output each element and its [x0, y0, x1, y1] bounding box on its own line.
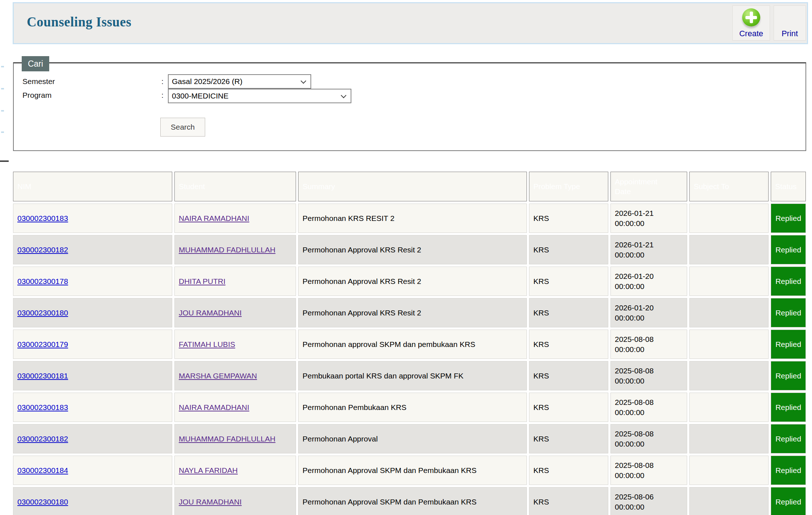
table-row: 030002300179 FATIMAH LUBIS Permohonan ap… — [13, 330, 806, 359]
subject-to-cell — [689, 424, 769, 453]
edge-artifact — [1, 66, 4, 67]
summary-cell: Permohonan Approval — [298, 424, 527, 453]
problem-type-cell: KRS — [529, 235, 608, 264]
problem-type-cell: KRS — [529, 393, 608, 422]
status-badge: Replied — [771, 267, 806, 296]
status-badge: Replied — [771, 393, 806, 422]
nim-link[interactable]: 030002300181 — [17, 372, 68, 380]
student-link[interactable]: MARSHA GEMPAWAN — [179, 372, 257, 380]
subject-to-cell — [689, 267, 769, 296]
appointment-date: 2025-08-08 — [615, 334, 654, 344]
edge-artifact — [1, 131, 4, 133]
appointment-date: 2025-08-08 — [615, 366, 654, 376]
student-link[interactable]: FATIMAH LUBIS — [179, 340, 235, 349]
nim-link[interactable]: 030002300180 — [17, 498, 68, 506]
nim-link[interactable]: 030002300182 — [17, 246, 68, 254]
student-cell: MUHAMMAD FADHLULLAH — [174, 424, 296, 453]
counseling-issues-table: NIM Student Summary Problem Type Appoint… — [13, 172, 806, 515]
page-header-bar: Counseling Issues Create Print — [13, 2, 808, 44]
column-header-subject-to: Subject To — [689, 172, 769, 201]
appointment-time: 00:00:00 — [615, 281, 644, 292]
table-row: 030002300182 MUHAMMAD FADHLULLAH Permoho… — [13, 424, 806, 453]
table-body: 030002300183 NAIRA RAMADHANI Permohonan … — [13, 204, 806, 515]
print-button-label: Print — [782, 29, 798, 38]
create-button[interactable]: Create — [732, 5, 770, 41]
appointment-time: 00:00:00 — [615, 502, 644, 512]
student-cell: MUHAMMAD FADHLULLAH — [174, 235, 296, 264]
table-row: 030002300181 MARSHA GEMPAWAN Pembukaan p… — [13, 361, 806, 390]
nim-link[interactable]: 030002300180 — [17, 309, 68, 317]
search-fieldset: Cari Semester : Gasal 2025/2026 (R) Prog… — [13, 62, 806, 151]
problem-type-cell: KRS — [529, 424, 608, 453]
nim-link[interactable]: 030002300179 — [17, 340, 68, 349]
nim-cell: 030002300183 — [13, 393, 172, 422]
summary-cell: Permohonan KRS RESIT 2 — [298, 204, 527, 233]
appointment-date: 2025-08-08 — [615, 429, 654, 439]
student-link[interactable]: NAIRA RAMADHANI — [179, 403, 249, 412]
appointment-date: 2025-08-08 — [615, 397, 654, 407]
print-button[interactable]: Print — [774, 5, 806, 41]
summary-cell: Permohonan Approval KRS Resit 2 — [298, 298, 527, 327]
appointment-date: 2026-01-21 — [615, 208, 654, 218]
table-row: 030002300184 NAYLA FARIDAH Permohonan Ap… — [13, 456, 806, 485]
student-link[interactable]: NAIRA RAMADHANI — [179, 214, 249, 223]
appointment-time: 00:00:00 — [615, 439, 644, 449]
appointment-time: 00:00:00 — [615, 250, 644, 260]
program-label: Program — [22, 91, 52, 100]
nim-cell: 030002300180 — [13, 487, 172, 515]
nim-cell: 030002300182 — [13, 424, 172, 453]
nim-link[interactable]: 030002300182 — [17, 435, 68, 443]
problem-type-cell: KRS — [529, 204, 608, 233]
appointment-time: 00:00:00 — [615, 218, 644, 229]
nim-cell: 030002300182 — [13, 235, 172, 264]
semester-select-value: Gasal 2025/2026 (R) — [172, 77, 242, 86]
nim-link[interactable]: 030002300184 — [17, 466, 68, 475]
problem-type-cell: KRS — [529, 298, 608, 327]
student-link[interactable]: JOU RAMADHANI — [179, 498, 242, 506]
search-fieldset-legend: Cari — [22, 56, 49, 71]
summary-cell: Permohonan Approval SKPM dan Pembukaan K… — [298, 456, 527, 485]
summary-cell: Pembukaan portal KRS dan approval SKPM F… — [298, 361, 527, 390]
create-plus-icon — [742, 8, 760, 26]
appointment-date-cell: 2025-08-08 00:00:00 — [610, 330, 687, 359]
semester-select[interactable]: Gasal 2025/2026 (R) — [168, 74, 311, 89]
table-row: 030002300182 MUHAMMAD FADHLULLAH Permoho… — [13, 235, 806, 264]
subject-to-cell — [689, 361, 769, 390]
nim-link[interactable]: 030002300183 — [17, 403, 68, 412]
semester-label: Semester — [22, 77, 55, 86]
appointment-date-cell: 2026-01-21 00:00:00 — [610, 235, 687, 264]
nim-link[interactable]: 030002300178 — [17, 277, 68, 286]
status-badge: Replied — [771, 424, 806, 453]
subject-to-cell — [689, 330, 769, 359]
table-row: 030002300183 NAIRA RAMADHANI Permohonan … — [13, 204, 806, 233]
appointment-time: 00:00:00 — [615, 470, 644, 481]
appointment-date: 2026-01-20 — [615, 303, 654, 313]
student-link[interactable]: JOU RAMADHANI — [179, 309, 242, 317]
column-header-problem-type: Problem Type — [529, 172, 608, 201]
nim-link[interactable]: 030002300183 — [17, 214, 68, 223]
search-button[interactable]: Search — [160, 118, 205, 137]
appointment-date: 2026-01-21 — [615, 240, 654, 250]
appointment-date: 2025-08-08 — [615, 460, 654, 470]
program-select[interactable]: 0300-MEDICINE — [168, 89, 351, 103]
problem-type-cell: KRS — [529, 330, 608, 359]
student-link[interactable]: DHITA PUTRI — [179, 277, 225, 286]
create-button-label: Create — [739, 29, 763, 38]
student-link[interactable]: MUHAMMAD FADHLULLAH — [179, 435, 275, 443]
status-badge: Replied — [771, 298, 806, 327]
appointment-date-cell: 2025-08-08 00:00:00 — [610, 361, 687, 390]
summary-cell: Permohonan Pembukaan KRS — [298, 393, 527, 422]
appointment-time: 00:00:00 — [615, 407, 644, 418]
summary-cell: Permohonan Approval SKPM dan Pembukaan K… — [298, 487, 527, 515]
student-cell: FATIMAH LUBIS — [174, 330, 296, 359]
student-link[interactable]: NAYLA FARIDAH — [179, 466, 238, 475]
problem-type-cell: KRS — [529, 267, 608, 296]
status-badge: Replied — [771, 235, 806, 264]
student-link[interactable]: MUHAMMAD FADHLULLAH — [179, 246, 275, 254]
column-header-appointment-date: Appointment Date — [610, 172, 687, 201]
appointment-time: 00:00:00 — [615, 376, 644, 386]
subject-to-cell — [689, 456, 769, 485]
status-badge: Replied — [771, 487, 806, 515]
semester-colon: : — [161, 77, 164, 86]
nim-cell: 030002300180 — [13, 298, 172, 327]
